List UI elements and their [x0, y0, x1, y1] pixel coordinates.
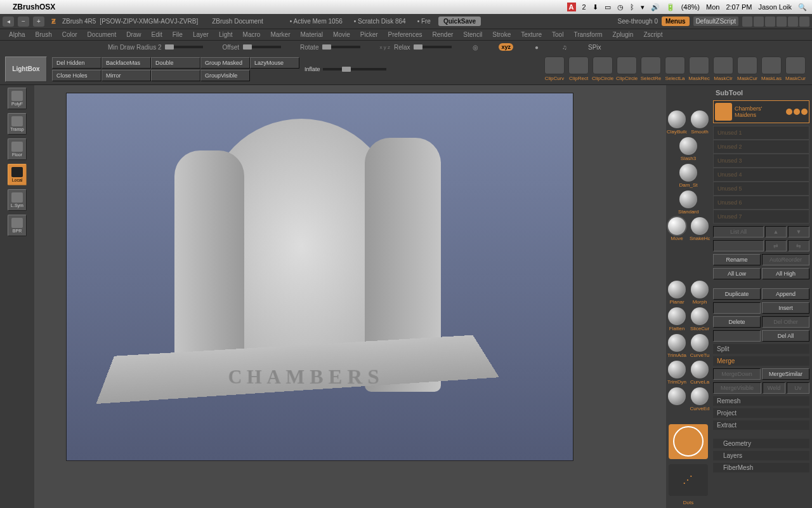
rotate-slider[interactable] [322, 46, 360, 48]
dock-local[interactable]: Local [8, 164, 27, 185]
menu-stencil[interactable]: Stencil [459, 30, 486, 39]
volume-icon[interactable]: 🔊 [651, 3, 660, 11]
delall-button[interactable]: Del All [762, 330, 809, 342]
quicksave-button[interactable]: QuickSave [438, 17, 481, 26]
subtool-slot[interactable]: Unused 6 [713, 196, 809, 210]
inflate-label[interactable]: Inflate [304, 66, 320, 72]
brush-dam_st[interactable]: Dam_St [678, 164, 698, 188]
tool-group-masked[interactable]: Group Masked [200, 57, 250, 69]
viewport[interactable]: CHAMBERS [66, 93, 573, 461]
clip-selectla[interactable]: SelectLa [664, 57, 686, 81]
brush-trimada[interactable]: TrimAda [667, 334, 687, 358]
brush-standard[interactable]: Standard [678, 190, 698, 215]
clip-maskrec[interactable]: MaskRec [688, 57, 710, 81]
brush-slicecur[interactable]: SliceCur [690, 307, 710, 331]
delother-button[interactable]: Del Other [762, 316, 809, 328]
subtool-slot[interactable]: Unused 7 [713, 210, 809, 224]
clip-selectre[interactable]: SelectRe [639, 57, 662, 81]
adobe-icon[interactable]: A [567, 3, 576, 11]
username[interactable]: Jason Loik [758, 3, 792, 11]
relax-slider[interactable] [414, 46, 452, 48]
lightbox-button[interactable]: LightBox [5, 57, 47, 82]
geometry-section[interactable]: Geometry [713, 439, 809, 448]
vis-icon[interactable] [801, 109, 808, 115]
clip-maskcir[interactable]: MaskCir [712, 57, 735, 81]
menu-preferences[interactable]: Preferences [384, 30, 426, 39]
brush-smooth[interactable]: Smooth [690, 110, 710, 135]
merge-section[interactable]: Merge [713, 356, 809, 366]
delete-button[interactable]: Delete [713, 316, 761, 328]
menu-document[interactable]: Document [84, 30, 121, 39]
clip-clipcurv[interactable]: ClipCurv [543, 57, 566, 81]
dock-l.sym[interactable]: L.Sym [8, 189, 27, 211]
mindraw-label[interactable]: Min Draw Radius 2 [108, 44, 161, 51]
subtool-slot[interactable]: Unused 4 [713, 168, 809, 182]
menu-zscript[interactable]: Zscript [639, 30, 666, 39]
vis-icon[interactable] [794, 109, 800, 115]
lock-icon[interactable] [799, 17, 809, 27]
dock-bpr[interactable]: BPR [8, 215, 27, 236]
menu-draw[interactable]: Draw [122, 30, 145, 39]
fibermesh-section[interactable]: FiberMesh [713, 463, 809, 472]
brush-move[interactable]: Move [667, 217, 687, 241]
offset-label[interactable]: Offset [222, 44, 239, 51]
menu-edit[interactable]: Edit [148, 30, 166, 39]
mergevisible-button[interactable]: MergeVisible [713, 382, 761, 394]
tool-close-holes[interactable]: Close Holes [52, 70, 102, 81]
menu-render[interactable]: Render [429, 30, 457, 39]
menu-picker[interactable]: Picker [357, 30, 382, 39]
clip-maskcur[interactable]: MaskCur [784, 57, 807, 81]
clip-masklas[interactable]: MaskLas [760, 57, 783, 81]
layout-icon-4[interactable] [776, 17, 787, 27]
record-icon[interactable]: ● [532, 43, 541, 51]
append-button[interactable]: Append [762, 288, 809, 300]
headphones-icon[interactable]: ♫ [560, 43, 569, 51]
layers-section[interactable]: Layers [713, 451, 809, 460]
menu-texture[interactable]: Texture [517, 30, 546, 39]
swap2-button[interactable]: ⇆ [788, 240, 809, 251]
subtool-slot[interactable]: Unused 3 [713, 154, 809, 168]
uv-button[interactable]: Uv [787, 382, 809, 394]
seethrough-label[interactable]: See-through 0 [618, 18, 658, 25]
subtool-header[interactable]: SubTool [713, 88, 809, 98]
tool-groupvisible[interactable]: GroupVisible [200, 70, 250, 81]
brush-curvela[interactable]: CurveLa [690, 361, 710, 385]
clock-day[interactable]: Mon [706, 3, 719, 11]
tool-lazymouse[interactable]: LazyMouse [250, 57, 299, 69]
subtool-slot[interactable]: Unused 5 [713, 182, 809, 196]
alllow-button[interactable]: All Low [713, 268, 761, 279]
down-button[interactable]: ▼ [788, 226, 809, 237]
subtool-slot[interactable]: Unused 2 [713, 140, 809, 154]
clip-clipcircle[interactable]: ClipCircle [615, 57, 638, 81]
subtool-slot[interactable]: Unused 1 [713, 126, 809, 140]
app-name[interactable]: ZBrushOSX [13, 3, 55, 11]
menu-tool[interactable]: Tool [548, 30, 567, 39]
relax-label[interactable]: Relax [394, 44, 410, 51]
menu-macro[interactable]: Macro [239, 30, 265, 39]
brush-curvetu[interactable]: CurveTu [690, 334, 710, 358]
clip-maskcur[interactable]: MaskCur [736, 57, 759, 81]
up-button[interactable]: ▲ [765, 226, 787, 237]
brush-curveed[interactable]: CurveEd [690, 387, 710, 411]
display-icon[interactable]: ▭ [605, 3, 611, 11]
weld-button[interactable]: Weld [763, 382, 785, 394]
split-section[interactable]: Split [713, 344, 809, 354]
insert-button[interactable]: Insert [762, 302, 809, 314]
inflate-slider[interactable] [323, 68, 386, 70]
brush-claybuild[interactable]: ClayBuild [667, 110, 687, 135]
clip-clipcircle[interactable]: ClipCircle [591, 57, 614, 81]
brush-planar[interactable]: Planar [667, 281, 687, 305]
stroke-dots[interactable]: ⋰ [669, 464, 708, 496]
offset-slider[interactable] [243, 46, 281, 48]
menu-color[interactable]: Color [58, 30, 81, 39]
maximize-button[interactable]: + [33, 17, 44, 27]
layout-icon-5[interactable] [788, 17, 798, 27]
doc-label[interactable]: ZBrush Document [212, 18, 263, 25]
brush-flatten[interactable]: Flatten [667, 307, 687, 331]
nav-sphere[interactable] [669, 424, 708, 459]
spix-label[interactable]: SPix [588, 44, 601, 51]
dock-polyf[interactable]: PolyF [8, 88, 27, 109]
timemachine-icon[interactable]: ◷ [617, 3, 624, 11]
clock-time[interactable]: 2:07 PM [726, 3, 752, 11]
layout-icon-1[interactable] [742, 17, 752, 27]
